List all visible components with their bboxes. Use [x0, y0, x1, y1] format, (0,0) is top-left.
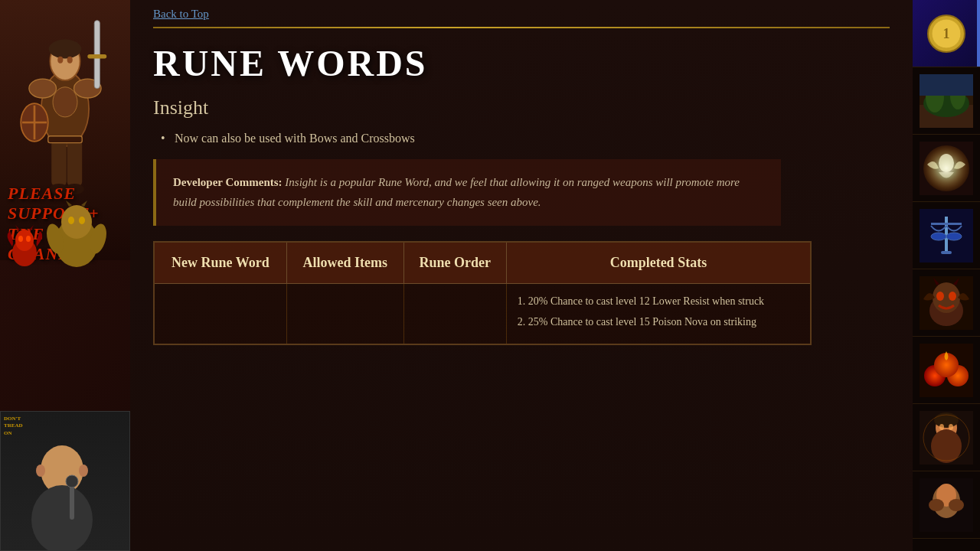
svg-point-74 [949, 499, 964, 511]
character-thumb-icon [920, 411, 973, 465]
webcam-feed: DON'TTREADON [0, 411, 130, 551]
svg-text:1: 1 [943, 26, 950, 41]
active-indicator [977, 0, 980, 67]
bullet-item-1: Now can also be used with Bows and Cross… [161, 132, 890, 145]
col-header-completed-stats: Completed Stats [506, 242, 811, 284]
red-demon-icon [4, 223, 46, 269]
col-header-allowed-items: Allowed Items [286, 242, 403, 284]
svg-point-51 [931, 233, 946, 240]
stat-1: 1. 20% Chance to cast level 12 Lower Res… [518, 293, 799, 309]
landscape-thumb-icon [920, 74, 973, 128]
svg-point-33 [79, 465, 88, 477]
cell-completed-stats: 1. 20% Chance to cast level 12 Lower Res… [506, 284, 811, 345]
svg-rect-44 [920, 74, 973, 96]
extra-thumb-icon [920, 478, 973, 532]
cell-rune-order [403, 284, 506, 345]
svg-point-19 [15, 230, 34, 251]
svg-point-68 [949, 424, 953, 430]
svg-marker-28 [66, 201, 72, 207]
col-header-new-rune-word: New Rune Word [154, 242, 286, 284]
bottom-left-area: DON'TTREADON [0, 260, 130, 551]
svg-point-3 [29, 79, 57, 98]
sidebar-thumb-6[interactable] [913, 337, 980, 404]
dev-comment-label: Developer Comments: [173, 176, 283, 188]
svg-point-57 [936, 292, 944, 301]
svg-rect-17 [48, 136, 82, 143]
dev-comment-paragraph: Developer Comments: Insight is a popular… [173, 173, 764, 212]
flag-text: DON'TTREADON [4, 416, 23, 436]
svg-point-58 [949, 292, 956, 301]
stat-2: 2. 25% Chance to cast level 15 Poison No… [518, 314, 799, 330]
svg-point-32 [36, 465, 45, 477]
svg-point-47 [939, 154, 954, 172]
table-row: 1. 20% Chance to cast level 12 Lower Res… [154, 284, 811, 345]
svg-point-52 [946, 233, 962, 240]
fire-gems-thumb-icon [920, 344, 973, 397]
cell-allowed-items [286, 284, 403, 345]
svg-point-2 [49, 40, 82, 59]
sidebar-thumb-3[interactable] [913, 135, 980, 202]
svg-rect-50 [931, 223, 962, 225]
sidebar-thumb-1[interactable]: 1 [913, 0, 980, 67]
svg-point-35 [66, 475, 78, 487]
sidebar-thumb-8[interactable] [913, 471, 980, 539]
svg-point-73 [929, 499, 944, 511]
gold-coin-icon: 1 [926, 14, 966, 54]
svg-point-23 [61, 205, 92, 239]
page-title: RUNE WORDS [153, 42, 890, 84]
svg-point-27 [79, 217, 85, 224]
svg-point-14 [53, 87, 77, 117]
monster-art-area [0, 260, 130, 411]
svg-rect-53 [941, 251, 952, 254]
scales-icon [920, 209, 973, 262]
table-header-row: New Rune Word Allowed Items Rune Order C… [154, 242, 811, 284]
sidebar-thumb-4[interactable] [913, 202, 980, 269]
svg-rect-6 [87, 54, 106, 58]
developer-comment-box: Developer Comments: Insight is a popular… [153, 159, 781, 226]
svg-rect-49 [945, 217, 948, 251]
svg-point-67 [939, 424, 944, 430]
golem-icon [46, 201, 107, 269]
svg-point-21 [26, 236, 31, 242]
main-content: Back to Top RUNE WORDS Insight Now can a… [130, 0, 913, 551]
section-subtitle: Insight [153, 96, 890, 119]
creature-thumb-icon [920, 276, 973, 330]
svg-point-15 [57, 57, 63, 64]
svg-point-16 [67, 57, 73, 64]
left-panel: PLEASE SUPPORT+ THE CHANNEL [0, 0, 130, 551]
right-sidebar: 1 [913, 0, 980, 551]
svg-rect-11 [67, 139, 83, 187]
cell-new-rune-word [154, 284, 286, 345]
top-divider [153, 27, 890, 28]
person-silhouette [24, 443, 100, 550]
light-thumb-icon [920, 142, 973, 195]
sidebar-thumb-2[interactable] [913, 67, 980, 135]
svg-point-20 [18, 236, 23, 242]
rune-words-table: New Rune Word Allowed Items Rune Order C… [153, 241, 812, 345]
sidebar-thumb-7[interactable] [913, 404, 980, 471]
col-header-rune-order: Rune Order [403, 242, 506, 284]
svg-rect-10 [51, 139, 67, 187]
sidebar-thumb-5[interactable] [913, 269, 980, 337]
svg-point-31 [31, 485, 93, 550]
back-to-top-link[interactable]: Back to Top [153, 8, 209, 21]
webcam-background: DON'TTREADON [1, 412, 129, 550]
svg-point-26 [68, 217, 74, 224]
svg-marker-29 [81, 201, 87, 207]
change-list: Now can also be used with Bows and Cross… [153, 132, 890, 145]
